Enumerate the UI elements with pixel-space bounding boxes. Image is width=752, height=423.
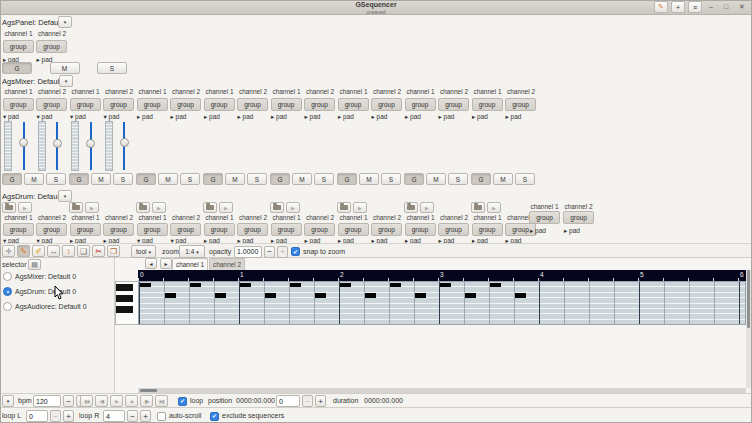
group-button[interactable]: group bbox=[405, 98, 436, 111]
position-minus-button[interactable]: − bbox=[302, 395, 313, 407]
position-spin-field[interactable]: 0 bbox=[276, 395, 300, 407]
toggle-g[interactable]: G bbox=[69, 173, 89, 185]
copy-tool-button[interactable]: ❏ bbox=[77, 245, 90, 257]
group-button[interactable]: group bbox=[237, 223, 268, 236]
toggle-m[interactable]: M bbox=[158, 173, 178, 185]
pattern-note[interactable] bbox=[265, 293, 276, 298]
volume-slider[interactable] bbox=[120, 121, 129, 171]
group-button[interactable]: group bbox=[103, 223, 134, 236]
radio-button[interactable] bbox=[3, 287, 12, 296]
group-button[interactable]: group bbox=[3, 98, 34, 111]
pad-expander[interactable]: ▾ pad bbox=[104, 113, 120, 121]
output-pad-expander[interactable]: ▸ pad bbox=[530, 227, 546, 235]
selector-option[interactable]: AgsMixer: Default 0 bbox=[0, 271, 115, 283]
pattern-note[interactable] bbox=[215, 293, 226, 298]
stop-button[interactable]: ■ bbox=[125, 395, 138, 407]
edit-tool-button[interactable]: ✎ bbox=[17, 245, 30, 257]
pattern-note[interactable] bbox=[490, 283, 501, 288]
pad-expander[interactable]: ▸ pad bbox=[238, 113, 254, 121]
select-tool-button[interactable]: ↔ bbox=[47, 245, 60, 257]
pad-expander[interactable]: ▸ pad bbox=[271, 113, 287, 121]
mixer-dropdown-button[interactable]: ▾ bbox=[59, 75, 73, 87]
toggle-m[interactable]: M bbox=[292, 173, 312, 185]
slider-handle[interactable] bbox=[120, 138, 129, 147]
group-button[interactable]: group bbox=[3, 40, 34, 53]
cut-tool-button[interactable]: ✂ bbox=[92, 245, 105, 257]
open-button[interactable] bbox=[69, 202, 83, 213]
group-button[interactable]: group bbox=[271, 223, 302, 236]
toggle-m[interactable]: M bbox=[91, 173, 111, 185]
position-tool-button[interactable]: ✛ bbox=[2, 245, 15, 257]
loop-r-minus-button[interactable]: − bbox=[127, 410, 138, 422]
group-button[interactable]: group bbox=[304, 98, 335, 111]
group-button[interactable]: group bbox=[438, 223, 469, 236]
tab-scroll-left-button[interactable]: ◂ bbox=[145, 258, 157, 269]
toggle-s[interactable]: S bbox=[113, 173, 133, 185]
play-button[interactable]: ▶ bbox=[286, 202, 300, 213]
loop-r-field[interactable]: 4 bbox=[103, 410, 125, 422]
open-button[interactable] bbox=[2, 202, 16, 213]
pattern-note[interactable] bbox=[415, 293, 426, 298]
pattern-note[interactable] bbox=[315, 293, 326, 298]
group-button[interactable]: group bbox=[338, 98, 369, 111]
drum-dropdown-button[interactable]: ▾ bbox=[58, 190, 72, 202]
output-group-button[interactable]: group bbox=[529, 211, 560, 224]
seek-forward-button[interactable]: ▮▶ bbox=[140, 395, 153, 407]
toggle-m[interactable]: M bbox=[359, 173, 379, 185]
skip-forward-button[interactable]: ▶▮ bbox=[155, 395, 168, 407]
paste-tool-button[interactable]: ❒ bbox=[107, 245, 120, 257]
group-button[interactable]: group bbox=[304, 223, 335, 236]
group-button[interactable]: group bbox=[271, 98, 302, 111]
pad-expander[interactable]: ▸ pad bbox=[439, 113, 455, 121]
toggle-s[interactable]: S bbox=[46, 173, 66, 185]
vertical-scrollbar[interactable] bbox=[746, 270, 751, 388]
radio-button[interactable] bbox=[3, 302, 12, 311]
group-button[interactable]: group bbox=[3, 223, 34, 236]
group-button[interactable]: group bbox=[137, 98, 168, 111]
toggle-s[interactable]: S bbox=[314, 173, 334, 185]
output-pad-expander[interactable]: ▸ pad bbox=[564, 227, 580, 235]
pattern-note[interactable] bbox=[140, 283, 151, 288]
toggle-g[interactable]: G bbox=[270, 173, 290, 185]
play-button[interactable]: ▶ bbox=[85, 202, 99, 213]
pad-expander[interactable]: ▸ pad bbox=[305, 113, 321, 121]
tool-dropdown-button[interactable]: tool▾ bbox=[131, 245, 156, 258]
play-button[interactable]: ▶ bbox=[18, 202, 32, 213]
group-button[interactable]: group bbox=[36, 223, 67, 236]
tab-channel-2[interactable]: channel 2 bbox=[209, 258, 245, 270]
piano-black-key[interactable] bbox=[116, 284, 133, 291]
playback-menu-button[interactable]: ▾ bbox=[2, 395, 14, 407]
loop-l-plus-button[interactable]: + bbox=[63, 410, 74, 422]
toggle-g[interactable]: G bbox=[337, 173, 357, 185]
play-button[interactable]: ▶ bbox=[487, 202, 501, 213]
output-group-button[interactable]: group bbox=[563, 211, 594, 224]
minimize-button[interactable]: – bbox=[709, 3, 713, 10]
exclude-sequencers-checkbox[interactable] bbox=[210, 412, 219, 421]
toggle-m[interactable]: M bbox=[225, 173, 245, 185]
pad-expander[interactable]: ▾ pad bbox=[70, 113, 86, 121]
slider-handle[interactable] bbox=[86, 139, 95, 148]
tab-scroll-right-button[interactable]: ▸ bbox=[160, 258, 172, 269]
open-button[interactable] bbox=[471, 202, 485, 213]
panel-dropdown-button[interactable]: ▾ bbox=[58, 16, 72, 28]
seek-backward-button[interactable]: ◀▮ bbox=[95, 395, 108, 407]
bpm-minus-button[interactable]: − bbox=[63, 395, 74, 407]
pad-expander[interactable]: ▸ pad bbox=[171, 113, 187, 121]
group-button[interactable]: group bbox=[170, 98, 201, 111]
toggle-g[interactable]: G bbox=[203, 173, 223, 185]
open-button[interactable] bbox=[136, 202, 150, 213]
auto-scroll-checkbox[interactable] bbox=[157, 412, 166, 421]
vscroll-thumb[interactable] bbox=[747, 270, 750, 328]
pattern-grid[interactable] bbox=[138, 281, 746, 325]
loop-l-field[interactable]: 0 bbox=[26, 410, 48, 422]
close-button[interactable]: ✕ bbox=[739, 3, 745, 11]
pad-expander[interactable]: ▸ pad bbox=[372, 113, 388, 121]
add-machine-button[interactable]: + bbox=[671, 1, 685, 13]
skip-backward-button[interactable]: ▮◀ bbox=[80, 395, 93, 407]
toggle-s[interactable]: S bbox=[247, 173, 267, 185]
invert-tool-button[interactable]: ↕ bbox=[62, 245, 75, 257]
open-button[interactable] bbox=[203, 202, 217, 213]
radio-button[interactable] bbox=[3, 272, 12, 281]
group-button[interactable]: group bbox=[472, 98, 503, 111]
loop-r-plus-button[interactable]: + bbox=[140, 410, 151, 422]
